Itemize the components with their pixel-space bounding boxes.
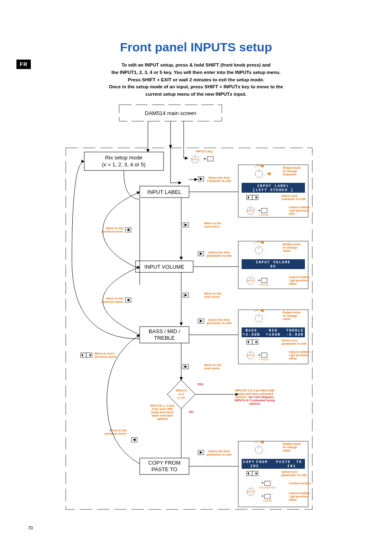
svg-text:is 4: is 4 (179, 392, 184, 396)
svg-text:[LEFT STEREO    ]: [LEFT STEREO ] (253, 188, 293, 192)
svg-text:INPUTx: INPUTx (176, 389, 187, 392)
svg-text:SHIFT: SHIFT (247, 491, 254, 493)
intro-l1: To edit an INPUT setup, press & hold SHI… (122, 62, 271, 67)
svg-text:character to edit: character to edit (281, 197, 306, 201)
svg-text:SHIFT: SHIFT (247, 210, 254, 212)
intro-l2: the INPUT1, 2, 3, 4 or 5 key. You will t… (111, 70, 281, 75)
svg-text:PASTE TO: PASTE TO (152, 466, 178, 472)
svg-text:value: value (283, 449, 291, 452)
svg-text:SHIFT: SHIFT (247, 279, 254, 282)
svg-text:CANCEL: CANCEL (263, 500, 273, 502)
svg-text:character to edit: character to edit (207, 179, 231, 183)
svg-text:options: options (249, 402, 260, 405)
svg-text:+: + (203, 156, 207, 162)
language-tag: FR (16, 60, 31, 69)
svg-text:PASTE: PASTE (276, 460, 291, 464)
svg-text:value: value (289, 498, 297, 502)
panel-input-label: Rotate knob to change character INPUT LA… (238, 165, 310, 217)
svg-text:SHIFT: SHIFT (247, 354, 254, 357)
svg-text:parameter to edit: parameter to edit (207, 254, 232, 258)
flowchart: DAM514 main screen INPUTx key SHIFT + IN… (58, 97, 329, 516)
svg-text:+: + (258, 278, 261, 283)
svg-text:+: + (258, 353, 261, 357)
svg-text:value: value (289, 282, 297, 286)
svg-text:parameter to edit: parameter to edit (207, 453, 232, 456)
svg-text:previous menu: previous menu (105, 432, 127, 435)
svg-text:INPUT  VOLUME: INPUT VOLUME (256, 260, 291, 265)
svg-text:FROM: FROM (256, 460, 268, 464)
svg-text:next menu: next menu (204, 295, 220, 299)
svg-text:CANCEL: CANCEL (259, 214, 270, 216)
svg-text:SHIFT: SHIFT (191, 158, 199, 161)
svg-text:+: + (261, 494, 264, 498)
svg-text:COPY FROM: COPY FROM (148, 460, 181, 466)
intro-text: To edit an INPUT setup, press & hold SHI… (53, 62, 339, 98)
panel-input-volume: Rotate knob to change value INPUT VOLUME… (238, 241, 310, 289)
svg-text:+3.0dB: +3.0dB (243, 333, 261, 337)
svg-text:IN2: IN2 (250, 464, 259, 468)
svg-text:parameter to edit: parameter to edit (281, 342, 307, 345)
svg-text:BACK/ENTER: BACK/ENTER (260, 486, 276, 489)
svg-text:previous menu: previous menu (101, 230, 124, 233)
intro-l5: current setup menu of the new INPUTx inp… (145, 92, 247, 97)
svg-text:COPY: COPY (243, 460, 255, 464)
svg-text:BASS / MID /: BASS / MID / (149, 328, 180, 334)
svg-text:or 5?: or 5? (178, 396, 185, 400)
inputx-key-label: INPUTx key (196, 150, 213, 153)
svg-text:value: value (283, 317, 291, 321)
svg-text:text: text (289, 212, 295, 216)
svg-text:TO: TO (296, 460, 302, 464)
svg-text:-6.0dB: -6.0dB (286, 333, 304, 337)
node-input-volume: INPUT VOLUME (136, 261, 193, 272)
svg-text:MID: MID (269, 329, 277, 333)
svg-text:+: + (261, 481, 264, 485)
svg-text:value: value (283, 249, 291, 253)
svg-text:BASS: BASS (246, 329, 257, 333)
svg-text:next menu: next menu (204, 366, 220, 370)
intro-l3: Press SHIFT + EXIT or wait 2 minutes to … (128, 77, 264, 82)
svg-text:INPUT LABEL: INPUT LABEL (148, 189, 182, 195)
svg-text:previous menu: previous menu (95, 355, 117, 359)
svg-text:TREBLE: TREBLE (286, 329, 304, 333)
svg-text:+10dB: +10dB (266, 333, 281, 337)
node-bass-mid-treble: BASS / MID / TREBLE (140, 327, 189, 343)
svg-text:INPUT LABEL: INPUT LABEL (257, 184, 289, 188)
node-main-screen-label: DAM514 main screen (145, 110, 196, 116)
svg-text:INPUT VOLUME: INPUT VOLUME (144, 264, 184, 270)
svg-text:previous menu: previous menu (101, 300, 124, 304)
svg-text:85: 85 (270, 265, 276, 269)
svg-text:parameter to edit: parameter to edit (281, 473, 307, 477)
page-number: 70 (28, 525, 33, 530)
svg-text:CANCEL: CANCEL (259, 358, 270, 361)
svg-text:character: character (283, 173, 297, 176)
svg-text:Confirm action: Confirm action (289, 481, 311, 485)
svg-text:TREBLE: TREBLE (154, 335, 175, 341)
intro-l4: Once in the setup mode of an input, pres… (109, 84, 283, 89)
svg-text:+: + (258, 208, 261, 213)
svg-text:options: options (157, 417, 168, 421)
node-input-label: INPUT LABEL (140, 186, 189, 198)
svg-text:CANCEL: CANCEL (259, 283, 270, 286)
svg-text:value: value (289, 357, 297, 360)
page-title: Front panel INPUTS setup (0, 40, 392, 54)
branch-yes: YES (197, 382, 203, 386)
branch-no: NO (189, 410, 194, 414)
node-copy-paste: COPY FROM PASTE TO (140, 458, 189, 474)
panel-bass-mid-treble: Rotate knob to change value BASS MID TRE… (238, 310, 310, 364)
node-inx-l1: INx setup mode (105, 154, 142, 161)
svg-text:IN1: IN1 (287, 464, 296, 468)
svg-text:next menu: next menu (204, 225, 220, 228)
svg-text:parameter to edit: parameter to edit (207, 321, 232, 325)
panel-copy-paste: Rotate knob to change value COPY FROM PA… (238, 441, 311, 507)
node-inx-l2: (x = 1, 2, 3, 4 or 5) (102, 161, 146, 168)
